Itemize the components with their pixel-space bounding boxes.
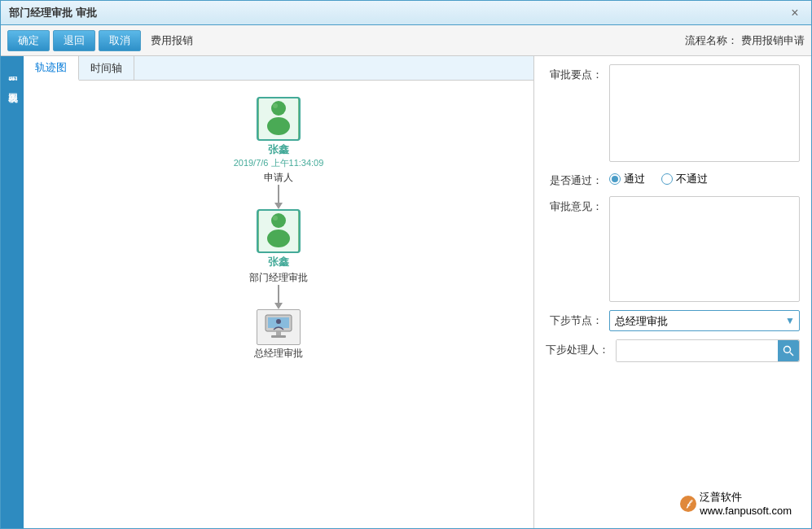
comment-row: 审批意见： xyxy=(546,196,800,302)
comment-textarea[interactable] xyxy=(609,196,800,302)
applicant-name: 张鑫 xyxy=(234,142,324,157)
svg-point-1 xyxy=(271,101,286,116)
right-panel: 审批要点： 是否通过： 通过 不通过 xyxy=(534,56,811,528)
watermark-icon-label: 𝒻 xyxy=(687,498,690,509)
watermark-line1: 泛普软件 xyxy=(700,490,792,505)
radio-group: 通过 不通过 xyxy=(609,170,708,186)
back-button[interactable]: 退回 xyxy=(53,30,95,51)
toolbar: 确定 退回 取消 费用报销 流程名称： 费用报销申请 xyxy=(1,25,811,56)
svg-point-13 xyxy=(784,347,791,353)
next-node-row: 下步节点： 总经理审批 ▼ xyxy=(546,310,800,331)
window-title: 部门经理审批 审批 xyxy=(9,6,97,20)
title-bar: 部门经理审批 审批 × xyxy=(1,1,811,25)
next-handler-row: 下步处理人： xyxy=(546,339,800,362)
tab-trajectory[interactable]: 轨迹图 xyxy=(24,56,79,81)
next-handler-input-wrapper xyxy=(616,339,800,362)
arrow-head-1 xyxy=(274,203,283,209)
svg-rect-11 xyxy=(271,335,286,338)
approval-key-label: 审批要点： xyxy=(546,64,603,82)
flow-node-applicant: 张鑫 2019/7/6 上午11:34:09 申请人 xyxy=(234,97,324,185)
flow-name-value: 费用报销申请 xyxy=(741,34,805,46)
pass-option-label: 通过 xyxy=(624,172,645,186)
svg-line-14 xyxy=(790,352,793,356)
sidebar-item-form[interactable]: 表单视图 xyxy=(2,81,23,90)
applicant-icon xyxy=(257,97,301,141)
pass-radio[interactable]: 通过 xyxy=(609,172,645,186)
approval-key-textarea[interactable] xyxy=(609,64,800,162)
module-label: 费用报销 xyxy=(151,33,193,48)
fail-radio-circle[interactable] xyxy=(661,173,673,185)
main-content: 流程图 表单视图 轨迹图 时间轴 xyxy=(1,56,811,528)
next-node-select-wrapper: 总经理审批 ▼ xyxy=(609,310,800,331)
watermark: 𝒻 泛普软件 www.fanpusoft.com xyxy=(546,487,800,520)
watermark-line2: www.fanpusoft.com xyxy=(700,505,792,517)
pass-label: 是否通过： xyxy=(546,170,603,188)
fail-radio[interactable]: 不通过 xyxy=(661,172,708,186)
flow-node-manager: 张鑫 部门经理审批 xyxy=(249,209,308,285)
arrow-head-2 xyxy=(274,303,283,309)
next-handler-input[interactable] xyxy=(617,340,778,361)
pass-fail-row: 是否通过： 通过 不通过 xyxy=(546,170,800,188)
center-panel: 轨迹图 时间轴 xyxy=(24,56,534,528)
svg-point-3 xyxy=(273,103,278,108)
svg-point-6 xyxy=(267,230,290,247)
arrow-line-2 xyxy=(278,285,279,303)
main-window: 部门经理审批 审批 × 确定 退回 取消 费用报销 流程名称： 费用报销申请 流… xyxy=(0,0,812,529)
manager-name: 张鑫 xyxy=(268,255,289,269)
left-sidebar: 流程图 表单视图 xyxy=(1,56,24,528)
svg-point-2 xyxy=(267,117,290,135)
approval-key-row: 审批要点： xyxy=(546,64,800,162)
svg-rect-0 xyxy=(258,97,299,141)
manager-role: 部门经理审批 xyxy=(249,271,308,285)
diagram-area[interactable]: 张鑫 2019/7/6 上午11:34:09 申请人 xyxy=(24,81,533,528)
diagram-content: 张鑫 2019/7/6 上午11:34:09 申请人 xyxy=(24,81,533,528)
watermark-text: 泛普软件 www.fanpusoft.com xyxy=(700,490,792,517)
confirm-button[interactable]: 确定 xyxy=(7,30,50,51)
search-button[interactable] xyxy=(778,340,799,361)
pass-radio-circle[interactable] xyxy=(609,173,621,185)
flow-name-prefix: 流程名称： xyxy=(685,34,738,46)
manager-name-info: 张鑫 xyxy=(268,255,289,269)
fail-option-label: 不通过 xyxy=(676,172,708,186)
flow-name: 流程名称： 费用报销申请 xyxy=(685,33,805,48)
applicant-name-time: 张鑫 2019/7/6 上午11:34:09 xyxy=(234,142,324,169)
next-handler-label: 下步处理人： xyxy=(546,339,609,357)
applicant-role: 申请人 xyxy=(264,171,293,185)
next-node-select[interactable]: 总经理审批 xyxy=(609,310,800,331)
svg-rect-10 xyxy=(276,331,281,335)
tab-bar: 轨迹图 时间轴 xyxy=(24,56,533,81)
svg-point-5 xyxy=(271,213,286,228)
tab-timeline[interactable]: 时间轴 xyxy=(79,56,134,81)
arrow-2 xyxy=(270,285,287,309)
comment-label: 审批意见： xyxy=(546,196,603,214)
cancel-button[interactable]: 取消 xyxy=(99,30,141,51)
arrow-line-1 xyxy=(278,185,279,203)
svg-point-12 xyxy=(276,319,281,324)
svg-rect-4 xyxy=(258,209,299,253)
sidebar-item-flow[interactable]: 流程图 xyxy=(2,64,23,74)
flow-node-gm: 总经理审批 xyxy=(254,309,303,361)
manager-icon xyxy=(257,209,301,253)
search-icon xyxy=(783,345,794,356)
arrow-1 xyxy=(270,185,287,209)
close-button[interactable]: × xyxy=(787,5,803,21)
gm-role: 总经理审批 xyxy=(254,347,303,361)
watermark-logo: 𝒻 xyxy=(680,496,696,512)
svg-point-7 xyxy=(273,216,278,221)
applicant-time: 2019/7/6 上午11:34:09 xyxy=(234,157,324,169)
gm-icon xyxy=(257,309,301,345)
next-node-label: 下步节点： xyxy=(546,310,603,328)
